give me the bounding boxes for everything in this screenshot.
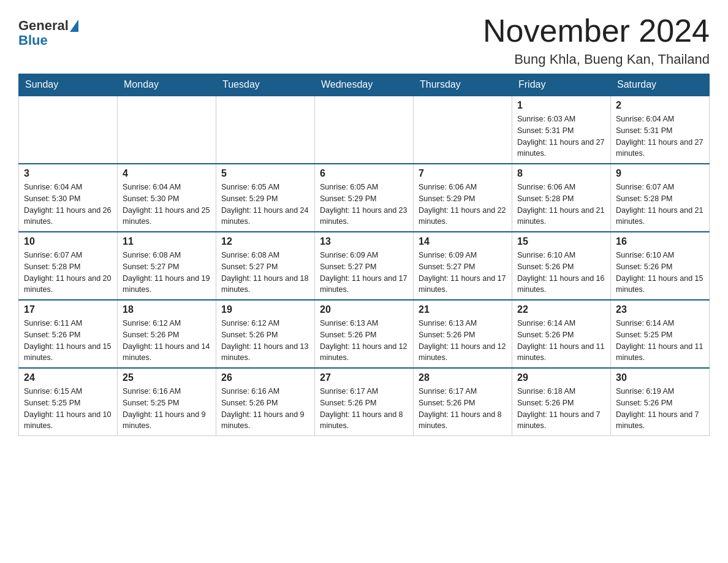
- day-number: 5: [221, 168, 309, 179]
- calendar-day-header: Friday: [512, 74, 611, 96]
- calendar-cell: 20Sunrise: 6:13 AMSunset: 5:26 PMDayligh…: [315, 300, 414, 368]
- calendar-week-row: 24Sunrise: 6:15 AMSunset: 5:25 PMDayligh…: [19, 368, 710, 436]
- day-info: Sunrise: 6:14 AMSunset: 5:26 PMDaylight:…: [517, 318, 605, 364]
- day-number: 25: [123, 372, 211, 383]
- calendar-week-row: 1Sunrise: 6:03 AMSunset: 5:31 PMDaylight…: [19, 96, 710, 164]
- day-info: Sunrise: 6:13 AMSunset: 5:26 PMDaylight:…: [320, 318, 408, 364]
- day-info: Sunrise: 6:04 AMSunset: 5:30 PMDaylight:…: [24, 182, 112, 228]
- calendar-cell: 2Sunrise: 6:04 AMSunset: 5:31 PMDaylight…: [611, 96, 710, 164]
- calendar-day-header: Monday: [118, 74, 216, 96]
- day-number: 11: [123, 236, 211, 247]
- day-number: 7: [419, 168, 507, 179]
- calendar-cell: [19, 96, 118, 164]
- calendar-week-row: 3Sunrise: 6:04 AMSunset: 5:30 PMDaylight…: [19, 164, 710, 232]
- day-number: 13: [320, 236, 408, 247]
- day-number: 26: [221, 372, 309, 383]
- title-block: November 2024 Bung Khla, Bueng Kan, Thai…: [483, 12, 710, 67]
- month-title: November 2024: [483, 12, 710, 49]
- calendar-cell: 9Sunrise: 6:07 AMSunset: 5:28 PMDaylight…: [611, 164, 710, 232]
- day-info: Sunrise: 6:11 AMSunset: 5:26 PMDaylight:…: [24, 318, 112, 364]
- calendar-cell: 18Sunrise: 6:12 AMSunset: 5:26 PMDayligh…: [118, 300, 216, 368]
- day-number: 4: [123, 168, 211, 179]
- calendar-cell: 24Sunrise: 6:15 AMSunset: 5:25 PMDayligh…: [19, 368, 118, 436]
- calendar-cell: 5Sunrise: 6:05 AMSunset: 5:29 PMDaylight…: [216, 164, 315, 232]
- logo-triangle-icon: [70, 20, 78, 32]
- day-info: Sunrise: 6:04 AMSunset: 5:31 PMDaylight:…: [616, 113, 704, 159]
- calendar-cell: [315, 96, 414, 164]
- day-number: 24: [24, 372, 112, 383]
- calendar-cell: 29Sunrise: 6:18 AMSunset: 5:26 PMDayligh…: [512, 368, 611, 436]
- day-info: Sunrise: 6:07 AMSunset: 5:28 PMDaylight:…: [24, 250, 112, 296]
- day-number: 9: [616, 168, 704, 179]
- day-number: 10: [24, 236, 112, 247]
- calendar-cell: 11Sunrise: 6:08 AMSunset: 5:27 PMDayligh…: [118, 232, 216, 300]
- calendar-cell: 6Sunrise: 6:05 AMSunset: 5:29 PMDaylight…: [315, 164, 414, 232]
- calendar-day-header: Wednesday: [315, 74, 414, 96]
- day-info: Sunrise: 6:03 AMSunset: 5:31 PMDaylight:…: [517, 113, 605, 159]
- page-header: General Blue November 2024 Bung Khla, Bu…: [18, 12, 710, 67]
- calendar-table: SundayMondayTuesdayWednesdayThursdayFrid…: [18, 74, 710, 436]
- calendar-day-header: Tuesday: [216, 74, 315, 96]
- day-number: 1: [517, 100, 605, 111]
- logo-general-text: General: [18, 18, 69, 33]
- calendar-week-row: 17Sunrise: 6:11 AMSunset: 5:26 PMDayligh…: [19, 300, 710, 368]
- calendar-week-row: 10Sunrise: 6:07 AMSunset: 5:28 PMDayligh…: [19, 232, 710, 300]
- day-number: 18: [123, 304, 211, 315]
- calendar-day-header: Sunday: [19, 74, 118, 96]
- calendar-cell: [414, 96, 512, 164]
- day-info: Sunrise: 6:16 AMSunset: 5:25 PMDaylight:…: [123, 386, 211, 432]
- day-info: Sunrise: 6:13 AMSunset: 5:26 PMDaylight:…: [419, 318, 507, 364]
- day-number: 30: [616, 372, 704, 383]
- day-info: Sunrise: 6:09 AMSunset: 5:27 PMDaylight:…: [320, 250, 408, 296]
- day-info: Sunrise: 6:19 AMSunset: 5:26 PMDaylight:…: [616, 386, 704, 432]
- calendar-cell: 14Sunrise: 6:09 AMSunset: 5:27 PMDayligh…: [414, 232, 512, 300]
- logo-blue-text: Blue: [18, 33, 78, 48]
- calendar-cell: 27Sunrise: 6:17 AMSunset: 5:26 PMDayligh…: [315, 368, 414, 436]
- day-number: 21: [419, 304, 507, 315]
- calendar-cell: 21Sunrise: 6:13 AMSunset: 5:26 PMDayligh…: [414, 300, 512, 368]
- day-info: Sunrise: 6:08 AMSunset: 5:27 PMDaylight:…: [221, 250, 309, 296]
- calendar-cell: 26Sunrise: 6:16 AMSunset: 5:26 PMDayligh…: [216, 368, 315, 436]
- day-info: Sunrise: 6:05 AMSunset: 5:29 PMDaylight:…: [221, 182, 309, 228]
- day-number: 14: [419, 236, 507, 247]
- day-info: Sunrise: 6:04 AMSunset: 5:30 PMDaylight:…: [123, 182, 211, 228]
- calendar-cell: 13Sunrise: 6:09 AMSunset: 5:27 PMDayligh…: [315, 232, 414, 300]
- day-info: Sunrise: 6:15 AMSunset: 5:25 PMDaylight:…: [24, 386, 112, 432]
- day-info: Sunrise: 6:18 AMSunset: 5:26 PMDaylight:…: [517, 386, 605, 432]
- calendar-cell: 17Sunrise: 6:11 AMSunset: 5:26 PMDayligh…: [19, 300, 118, 368]
- day-number: 16: [616, 236, 704, 247]
- day-number: 19: [221, 304, 309, 315]
- day-info: Sunrise: 6:14 AMSunset: 5:25 PMDaylight:…: [616, 318, 704, 364]
- day-info: Sunrise: 6:10 AMSunset: 5:26 PMDaylight:…: [616, 250, 704, 296]
- calendar-cell: 8Sunrise: 6:06 AMSunset: 5:28 PMDaylight…: [512, 164, 611, 232]
- calendar-cell: [118, 96, 216, 164]
- day-number: 20: [320, 304, 408, 315]
- day-number: 23: [616, 304, 704, 315]
- calendar-cell: 23Sunrise: 6:14 AMSunset: 5:25 PMDayligh…: [611, 300, 710, 368]
- calendar-cell: 25Sunrise: 6:16 AMSunset: 5:25 PMDayligh…: [118, 368, 216, 436]
- day-info: Sunrise: 6:16 AMSunset: 5:26 PMDaylight:…: [221, 386, 309, 432]
- day-info: Sunrise: 6:12 AMSunset: 5:26 PMDaylight:…: [221, 318, 309, 364]
- day-number: 8: [517, 168, 605, 179]
- day-info: Sunrise: 6:05 AMSunset: 5:29 PMDaylight:…: [320, 182, 408, 228]
- location-title: Bung Khla, Bueng Kan, Thailand: [483, 52, 710, 67]
- calendar-cell: 16Sunrise: 6:10 AMSunset: 5:26 PMDayligh…: [611, 232, 710, 300]
- day-number: 29: [517, 372, 605, 383]
- day-number: 6: [320, 168, 408, 179]
- day-number: 12: [221, 236, 309, 247]
- calendar-cell: 10Sunrise: 6:07 AMSunset: 5:28 PMDayligh…: [19, 232, 118, 300]
- calendar-cell: 4Sunrise: 6:04 AMSunset: 5:30 PMDaylight…: [118, 164, 216, 232]
- calendar-day-header: Saturday: [611, 74, 710, 96]
- calendar-cell: 3Sunrise: 6:04 AMSunset: 5:30 PMDaylight…: [19, 164, 118, 232]
- day-info: Sunrise: 6:07 AMSunset: 5:28 PMDaylight:…: [616, 182, 704, 228]
- calendar-cell: 19Sunrise: 6:12 AMSunset: 5:26 PMDayligh…: [216, 300, 315, 368]
- calendar-cell: 15Sunrise: 6:10 AMSunset: 5:26 PMDayligh…: [512, 232, 611, 300]
- calendar-cell: [216, 96, 315, 164]
- calendar-header: SundayMondayTuesdayWednesdayThursdayFrid…: [19, 74, 710, 96]
- day-info: Sunrise: 6:06 AMSunset: 5:29 PMDaylight:…: [419, 182, 507, 228]
- day-info: Sunrise: 6:17 AMSunset: 5:26 PMDaylight:…: [320, 386, 408, 432]
- day-info: Sunrise: 6:06 AMSunset: 5:28 PMDaylight:…: [517, 182, 605, 228]
- day-info: Sunrise: 6:09 AMSunset: 5:27 PMDaylight:…: [419, 250, 507, 296]
- calendar-cell: 1Sunrise: 6:03 AMSunset: 5:31 PMDaylight…: [512, 96, 611, 164]
- day-number: 28: [419, 372, 507, 383]
